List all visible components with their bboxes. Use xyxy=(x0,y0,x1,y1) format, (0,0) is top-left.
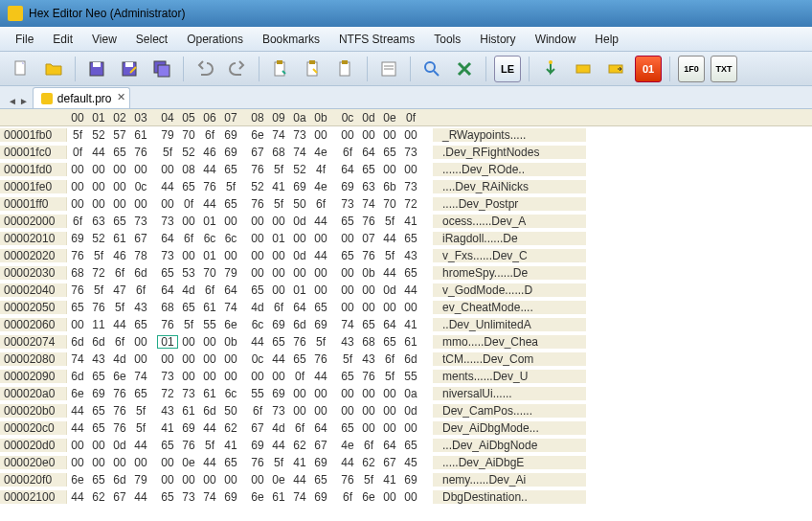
byte-cell[interactable]: 00 xyxy=(157,352,178,366)
byte-cell[interactable]: 44 xyxy=(379,266,400,280)
byte-cell[interactable]: 6d xyxy=(130,266,151,280)
byte-cell[interactable]: 76 xyxy=(247,456,268,469)
byte-cell[interactable]: 41 xyxy=(220,439,241,452)
byte-cell[interactable]: 6d xyxy=(67,335,88,349)
byte-cell[interactable]: 41 xyxy=(400,318,421,331)
byte-cell[interactable]: 5f xyxy=(379,370,400,383)
byte-cell[interactable]: 00 xyxy=(400,128,421,142)
byte-cell[interactable]: 64 xyxy=(337,163,358,176)
byte-cell[interactable]: 6f xyxy=(337,490,358,504)
byte-cell[interactable]: 00 xyxy=(310,404,331,418)
byte-cell[interactable]: 44 xyxy=(199,197,220,211)
hex-row[interactable]: 00001fe00000000c4465765f5241694e69636b73… xyxy=(0,178,812,195)
byte-cell[interactable]: 00 xyxy=(247,249,268,262)
hex-row[interactable]: 000020f06e656d7900000000000e4465765f4169… xyxy=(0,471,812,488)
byte-cell[interactable]: 00 xyxy=(310,128,331,142)
byte-cell[interactable]: 74 xyxy=(358,197,379,211)
byte-cell[interactable]: 61 xyxy=(178,404,199,418)
byte-cell[interactable]: 73 xyxy=(178,490,199,504)
byte-cell[interactable]: 00 xyxy=(247,215,268,228)
hex-row[interactable]: 00001ff000000000000f4465765f506f73747072… xyxy=(0,195,812,213)
byte-cell[interactable]: 67 xyxy=(130,232,151,245)
byte-cell[interactable]: 64 xyxy=(157,283,178,297)
byte-cell[interactable]: 61 xyxy=(400,335,421,349)
byte-cell[interactable]: 57 xyxy=(109,128,130,142)
byte-cell[interactable]: 70 xyxy=(199,266,220,280)
byte-cell[interactable]: 46 xyxy=(109,249,130,262)
byte-cell[interactable]: 76 xyxy=(310,352,331,366)
byte-cell[interactable]: 65 xyxy=(157,266,178,280)
byte-cell[interactable]: 0b xyxy=(220,335,241,349)
byte-cell[interactable]: 74 xyxy=(220,301,241,314)
ascii-cell[interactable]: .....Dev_Postpr xyxy=(433,197,586,211)
byte-cell[interactable]: 00 xyxy=(178,215,199,228)
byte-cell[interactable]: 00 xyxy=(88,180,109,193)
byte-cell[interactable]: 00 xyxy=(310,232,331,245)
byte-cell[interactable]: 00 xyxy=(157,473,178,487)
byte-cell[interactable]: 5f xyxy=(130,404,151,418)
byte-cell[interactable]: 6e xyxy=(67,387,88,400)
byte-cell[interactable]: 72 xyxy=(88,266,109,280)
byte-cell[interactable]: 01 xyxy=(157,335,178,349)
byte-cell[interactable]: 0f xyxy=(67,146,88,159)
byte-cell[interactable]: 00 xyxy=(199,473,220,487)
byte-cell[interactable]: 65 xyxy=(157,490,178,504)
hex-row[interactable]: 000020746d6d6f000100000b4465765f43686561… xyxy=(0,333,812,351)
byte-cell[interactable]: 6f xyxy=(358,439,379,452)
clipboard-edit-icon[interactable] xyxy=(300,56,327,82)
byte-cell[interactable]: 64 xyxy=(358,146,379,159)
byte-cell[interactable]: 47 xyxy=(109,283,130,297)
byte-cell[interactable]: 6e xyxy=(220,318,241,331)
byte-cell[interactable]: 41 xyxy=(289,456,310,469)
byte-cell[interactable]: 68 xyxy=(157,301,178,314)
byte-cell[interactable]: 44 xyxy=(199,456,220,469)
ascii-cell[interactable]: ..Dev_UnlimitedA xyxy=(433,318,586,331)
byte-cell[interactable]: 69 xyxy=(247,439,268,452)
byte-cell[interactable]: 5f xyxy=(67,128,88,142)
menu-operations[interactable]: Operations xyxy=(177,29,253,50)
byte-cell[interactable]: 62 xyxy=(88,490,109,504)
byte-cell[interactable]: 61 xyxy=(199,387,220,400)
hex-row[interactable]: 00001fd00000000000084465765f524f64650000… xyxy=(0,161,812,178)
menu-bookmarks[interactable]: Bookmarks xyxy=(253,29,329,50)
byte-cell[interactable]: 0d xyxy=(400,404,421,418)
byte-cell[interactable]: 45 xyxy=(400,456,421,469)
byte-cell[interactable]: 65 xyxy=(220,197,241,211)
byte-cell[interactable]: 52 xyxy=(88,232,109,245)
byte-cell[interactable]: 44 xyxy=(310,370,331,383)
byte-cell[interactable]: 00 xyxy=(268,370,289,383)
byte-cell[interactable]: 74 xyxy=(268,128,289,142)
byte-cell[interactable]: 6e xyxy=(109,370,130,383)
byte-cell[interactable]: 5f xyxy=(379,249,400,262)
byte-cell[interactable]: 0e xyxy=(178,456,199,469)
byte-cell[interactable]: 0d xyxy=(109,439,130,452)
byte-cell[interactable]: 70 xyxy=(379,197,400,211)
byte-cell[interactable]: 64 xyxy=(220,283,241,297)
ascii-cell[interactable]: ments......Dev_U xyxy=(433,370,586,383)
byte-cell[interactable]: 0d xyxy=(379,283,400,297)
byte-cell[interactable]: 00 xyxy=(199,352,220,366)
ascii-cell[interactable]: ocess......Dev_A xyxy=(433,215,586,228)
byte-cell[interactable]: 67 xyxy=(109,490,130,504)
byte-cell[interactable]: 44 xyxy=(67,421,88,435)
hex-row[interactable]: 00002020765f46787300010000000d4465765f43… xyxy=(0,247,812,264)
byte-cell[interactable]: 00 xyxy=(157,163,178,176)
byte-cell[interactable]: 65 xyxy=(130,318,151,331)
ascii-cell[interactable]: .....Dev_AiDbgE xyxy=(433,456,586,469)
byte-cell[interactable]: 65 xyxy=(400,439,421,452)
byte-cell[interactable]: 65 xyxy=(178,180,199,193)
byte-cell[interactable]: 4d xyxy=(178,283,199,297)
byte-cell[interactable]: 00 xyxy=(247,266,268,280)
menu-history[interactable]: History xyxy=(470,29,525,50)
ascii-cell[interactable]: nemy......Dev_Ai xyxy=(433,473,586,487)
byte-cell[interactable]: 00 xyxy=(130,163,151,176)
byte-cell[interactable]: 65 xyxy=(88,404,109,418)
byte-cell[interactable]: 43 xyxy=(358,352,379,366)
byte-cell[interactable]: 65 xyxy=(358,163,379,176)
ascii-cell[interactable]: _RWaypoints..... xyxy=(433,128,586,142)
byte-cell[interactable]: 55 xyxy=(247,387,268,400)
byte-cell[interactable]: 00 xyxy=(379,490,400,504)
byte-cell[interactable]: 76 xyxy=(109,387,130,400)
hex-row[interactable]: 000020906d656e747300000000000f4465765f55… xyxy=(0,368,812,385)
hex-row[interactable]: 000020d000000d4465765f41694462674e6f6465… xyxy=(0,437,812,454)
